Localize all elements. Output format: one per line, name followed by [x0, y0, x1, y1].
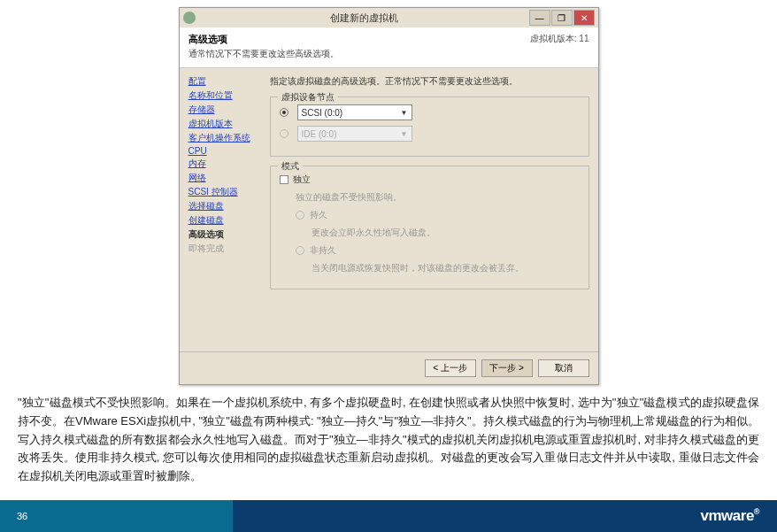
sidebar-item-cpu[interactable]: CPU — [188, 146, 265, 156]
group-mode-title: 模式 — [278, 160, 303, 173]
mode-desc: 独立的磁盘不受快照影响。 — [296, 191, 580, 204]
dialog-header: 高级选项 通常情况下不需要更改这些高级选项。 虚拟机版本: 11 — [180, 27, 598, 68]
sidebar-item-storage[interactable]: 存储器 — [188, 104, 265, 116]
title-bar: 创建新的虚拟机 — ❐ ✕ — [180, 8, 598, 27]
sidebar-item-name[interactable]: 名称和位置 — [188, 89, 265, 102]
minimize-button[interactable]: — — [529, 10, 550, 26]
sidebar-item-createdisk[interactable]: 创建磁盘 — [188, 214, 265, 227]
checkbox-independent-label: 独立 — [293, 173, 311, 186]
nonpersistent-desc: 当关闭电源或恢复快照时，对该磁盘的更改会被丢弃。 — [312, 262, 580, 274]
persistent-desc: 更改会立即永久性地写入磁盘。 — [312, 227, 580, 239]
dialog-window: 创建新的虚拟机 — ❐ ✕ 高级选项 通常情况下不需要更改这些高级选项。 虚拟机… — [179, 7, 599, 385]
sidebar-item-vmver[interactable]: 虚拟机版本 — [188, 118, 265, 130]
page-number: 36 — [0, 500, 44, 532]
cancel-button[interactable]: 取消 — [538, 359, 589, 377]
maximize-button[interactable]: ❐ — [551, 10, 573, 26]
slide-footer: 36 vmware® — [0, 500, 777, 532]
dialog-title: 创建新的虚拟机 — [201, 12, 528, 25]
dialog-content: 指定该虚拟磁盘的高级选项。正常情况下不需要更改这些选项。 虚拟设备节点 SCSI… — [265, 75, 589, 346]
header-subtitle: 通常情况下不需要更改这些高级选项。 — [188, 48, 530, 60]
group-device-title: 虚拟设备节点 — [278, 91, 338, 104]
back-button[interactable]: < 上一步 — [425, 359, 476, 377]
combo-ide: IDE (0:0) ▼ — [297, 126, 412, 142]
radio-nonpersistent — [296, 246, 304, 255]
radio-persistent — [296, 211, 304, 220]
combo-scsi-label: SCSI (0:0) — [302, 108, 343, 118]
checkbox-independent[interactable] — [280, 175, 288, 184]
sidebar-item-ready: 即将完成 — [188, 243, 265, 255]
group-device-node: 虚拟设备节点 SCSI (0:0) ▼ IDE (0:0) — [270, 96, 589, 157]
chevron-down-icon: ▼ — [401, 109, 408, 117]
app-icon — [183, 12, 196, 24]
dialog-footer: < 上一步 下一步 > 取消 — [180, 351, 598, 384]
explanation-paragraph: "独立"磁盘模式不受快照影响。如果在一个虚拟机系统中, 有多个虚拟硬盘时, 在创… — [0, 385, 777, 486]
chevron-down-icon: ▼ — [401, 130, 408, 138]
combo-scsi[interactable]: SCSI (0:0) ▼ — [297, 104, 412, 120]
content-intro: 指定该虚拟磁盘的高级选项。正常情况下不需要更改这些选项。 — [270, 75, 589, 88]
sidebar-item-selectdisk[interactable]: 选择磁盘 — [188, 200, 265, 212]
sidebar-item-memory[interactable]: 内存 — [188, 158, 265, 170]
sidebar-item-config[interactable]: 配置 — [188, 75, 265, 88]
header-title: 高级选项 — [188, 33, 530, 46]
radio-ide[interactable] — [280, 129, 288, 138]
radio-nonpersistent-label: 非持久 — [310, 244, 336, 257]
close-button[interactable]: ✕ — [573, 10, 595, 26]
group-mode: 模式 独立 独立的磁盘不受快照影响。 持久 更改会立即永久性地写入磁盘。 — [270, 166, 589, 289]
wizard-sidebar: 配置 名称和位置 存储器 虚拟机版本 客户机操作系统 CPU 内存 网络 SCS… — [188, 75, 265, 346]
sidebar-item-advanced[interactable]: 高级选项 — [188, 228, 265, 241]
vm-version-label: 虚拟机版本: 11 — [530, 33, 589, 45]
vmware-logo: vmware® — [701, 507, 759, 525]
radio-persistent-label: 持久 — [310, 209, 327, 221]
radio-scsi[interactable] — [280, 108, 288, 117]
sidebar-item-scsi[interactable]: SCSI 控制器 — [188, 186, 265, 198]
sidebar-item-network[interactable]: 网络 — [188, 172, 265, 184]
sidebar-item-guestos[interactable]: 客户机操作系统 — [188, 132, 265, 144]
next-button[interactable]: 下一步 > — [481, 359, 533, 377]
combo-ide-label: IDE (0:0) — [302, 129, 337, 139]
